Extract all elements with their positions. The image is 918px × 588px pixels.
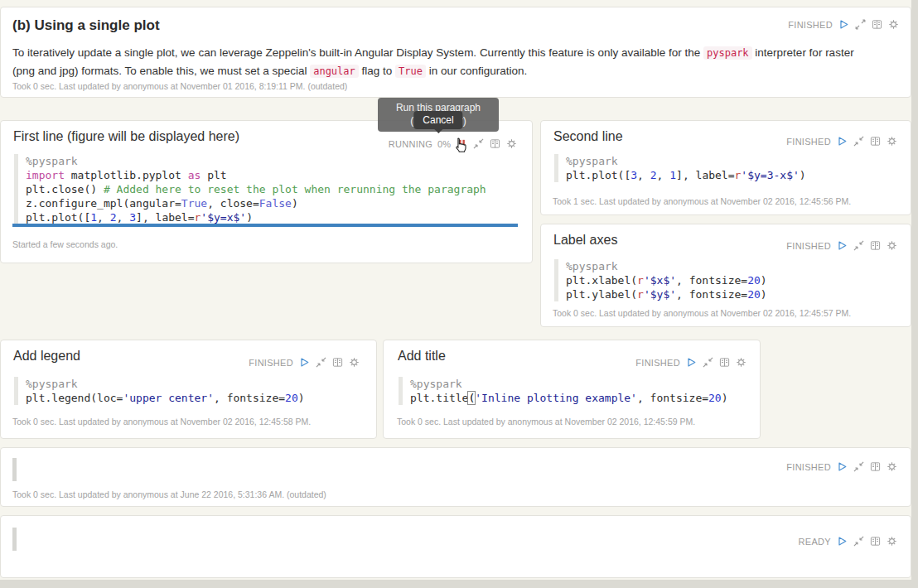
paragraph-settings-button[interactable] xyxy=(887,461,897,472)
paragraph-status-row: FINISHED xyxy=(249,357,360,368)
paragraph-status-row: FINISHED xyxy=(786,240,897,251)
paragraph-empty-ready: READY xyxy=(0,515,911,578)
run-paragraph-button[interactable] xyxy=(299,357,310,368)
toggle-editor-button[interactable] xyxy=(872,19,882,30)
editor-gutter xyxy=(12,458,17,481)
compress-paragraph-button[interactable] xyxy=(473,138,484,149)
status-label: FINISHED xyxy=(249,358,293,368)
toggle-editor-button[interactable] xyxy=(870,240,881,251)
paragraph-add-title: Add title FINISHED %pysparkplt.title('In… xyxy=(383,340,761,439)
paragraph-footer: Started a few seconds ago. xyxy=(12,239,118,249)
run-paragraph-button[interactable] xyxy=(686,357,697,368)
compress-paragraph-button[interactable] xyxy=(853,536,864,547)
run-paragraph-button[interactable] xyxy=(837,461,848,472)
paragraph-empty-finished: FINISHED Took 0 sec. Last updated by ano… xyxy=(0,447,911,507)
toggle-editor-button[interactable] xyxy=(870,536,881,547)
progress-bar xyxy=(12,224,518,227)
paragraph-footer: Took 0 sec. Last updated by anonymous at… xyxy=(397,417,695,427)
paragraph-settings-button[interactable] xyxy=(349,357,360,368)
paragraph-status-row: FINISHED xyxy=(635,357,746,368)
paragraph-settings-button[interactable] xyxy=(506,138,517,149)
run-paragraph-button[interactable] xyxy=(837,136,848,147)
run-paragraph-button[interactable] xyxy=(837,536,848,547)
toggle-editor-button[interactable] xyxy=(490,138,500,149)
cancel-button-label: Cancel xyxy=(423,114,453,126)
toggle-editor-button[interactable] xyxy=(870,461,881,472)
compress-paragraph-button[interactable] xyxy=(853,136,864,147)
paragraph-title: Second line xyxy=(553,129,623,144)
run-paragraph-button[interactable] xyxy=(838,19,849,30)
section-body: To iteratively update a single plot, we … xyxy=(12,44,897,80)
compress-paragraph-button[interactable] xyxy=(316,357,326,368)
paragraph-label-axes: Label axes FINISHED %pysparkplt.xlabel(r… xyxy=(540,224,911,327)
paragraph-status-row: FINISHED xyxy=(788,19,899,30)
zeppelin-notebook: FINISHED (b) Using a single plot To iter… xyxy=(0,0,918,588)
compress-paragraph-button[interactable] xyxy=(703,357,713,368)
progress-percent: 0% xyxy=(437,139,451,149)
scrollbar-track[interactable] xyxy=(911,0,918,588)
run-tooltip: Run this paragraph (Shift+Enter) Cancel xyxy=(378,98,499,132)
tooltip-caret-icon xyxy=(434,129,442,133)
paragraph-status-row: FINISHED xyxy=(786,461,897,472)
paragraph-footer: Took 0 sec. Last updated by anonymous at… xyxy=(12,417,311,427)
status-label: FINISHED xyxy=(786,241,831,251)
paragraph-title: Add legend xyxy=(13,349,80,364)
code-editor[interactable]: %pysparkplt.title('Inline plotting examp… xyxy=(399,377,728,405)
code-editor[interactable]: %pysparkimport matplotlib.pyplot as pltp… xyxy=(14,154,486,224)
status-label: FINISHED xyxy=(788,20,833,30)
status-label: READY xyxy=(799,537,831,547)
paragraph-title: Label axes xyxy=(553,233,617,248)
code-editor[interactable]: %pysparkplt.plot([3, 2, 1], label=r'$y=3… xyxy=(554,154,806,182)
code-editor[interactable]: %pysparkplt.xlabel(r'$x$', fontsize=20)p… xyxy=(554,259,767,301)
toggle-editor-button[interactable] xyxy=(332,357,343,368)
status-label: FINISHED xyxy=(786,137,831,147)
paragraph-footer: Took 0 sec. Last updated by anonymous at… xyxy=(12,489,326,499)
toggle-editor-button[interactable] xyxy=(870,136,881,147)
cancel-button[interactable]: Cancel xyxy=(413,111,462,129)
paragraph-settings-button[interactable] xyxy=(888,19,899,30)
paragraph-settings-button[interactable] xyxy=(887,240,897,251)
status-label: FINISHED xyxy=(786,462,831,472)
paragraph-title: First line (figure will be displayed her… xyxy=(13,129,239,144)
status-label: RUNNING xyxy=(389,139,432,149)
mouse-cursor-icon xyxy=(451,136,468,158)
paragraph-title: Add title xyxy=(398,349,446,364)
status-label: FINISHED xyxy=(635,358,680,368)
paragraph-settings-button[interactable] xyxy=(887,536,897,547)
paragraph-footer: Took 0 sec. Last updated by anonymous at… xyxy=(553,308,851,318)
paragraph-add-legend: Add legend FINISHED %pysparkplt.legend(l… xyxy=(0,340,377,439)
code-editor[interactable]: %pysparkplt.legend(loc='upper center', f… xyxy=(14,377,305,405)
section-heading: (b) Using a single plot xyxy=(12,17,160,34)
paragraph-status-row: FINISHED xyxy=(786,136,897,147)
compress-paragraph-button[interactable] xyxy=(853,240,864,251)
run-paragraph-button[interactable] xyxy=(837,240,848,251)
expand-paragraph-button[interactable] xyxy=(855,19,866,30)
toggle-editor-button[interactable] xyxy=(719,357,730,368)
page-bottom-band xyxy=(0,580,918,588)
paragraph-footer: Took 1 sec. Last updated by anonymous at… xyxy=(553,196,851,206)
compress-paragraph-button[interactable] xyxy=(853,461,864,472)
paragraph-status-row: READY xyxy=(799,536,897,547)
paragraph-settings-button[interactable] xyxy=(736,357,746,368)
paragraph-second-line: Second line FINISHED %pysparkplt.plot([3… xyxy=(540,120,911,215)
paragraph-intro: FINISHED (b) Using a single plot To iter… xyxy=(0,7,911,98)
paragraph-footer: Took 0 sec. Last updated by anonymous at… xyxy=(12,81,347,91)
editor-gutter xyxy=(12,528,17,551)
paragraph-settings-button[interactable] xyxy=(887,136,897,147)
